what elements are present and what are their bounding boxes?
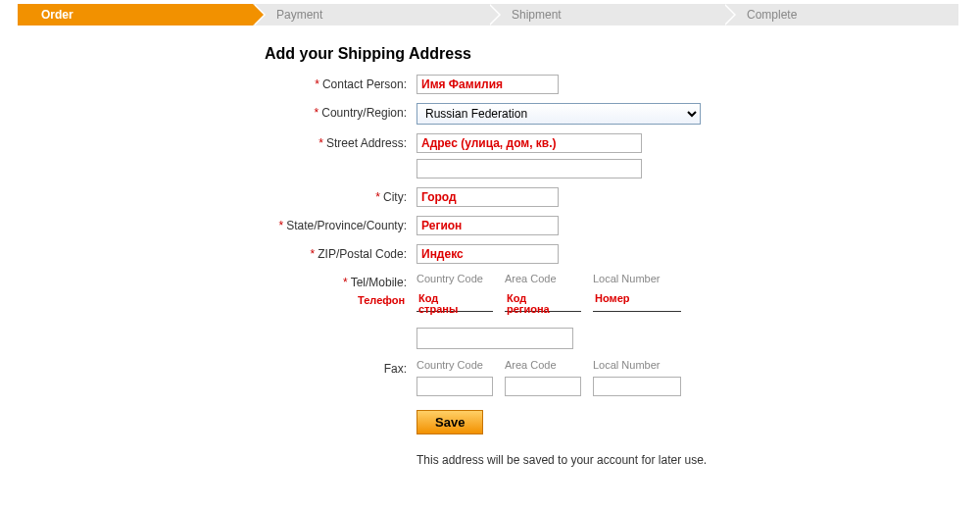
country-select[interactable]: Russian Federation <box>416 103 701 125</box>
street1-input[interactable] <box>416 133 642 153</box>
fax-country-code-input[interactable] <box>416 377 493 396</box>
step-shipment: Shipment <box>488 4 723 26</box>
tel-area-code-input[interactable] <box>505 292 581 312</box>
contact-input[interactable] <box>416 75 559 94</box>
label-country: *Country/Region: <box>265 103 416 120</box>
label-state: *State/Province/County: <box>265 216 416 232</box>
annotation-tel-label: Телефон <box>358 294 405 306</box>
step-complete: Complete <box>723 4 958 26</box>
tel-local-number-input[interactable] <box>593 292 681 312</box>
label-city: *City: <box>265 187 416 204</box>
city-input[interactable] <box>416 187 559 207</box>
street2-input[interactable] <box>416 159 642 178</box>
save-button[interactable]: Save <box>416 410 483 434</box>
zip-input[interactable] <box>416 244 559 264</box>
fax-column-labels: Country Code Area Code Local Number <box>416 359 681 371</box>
label-street: *Street Address: <box>265 133 416 150</box>
label-tel: *Tel/Mobile: <box>265 273 416 289</box>
state-input[interactable] <box>416 216 559 235</box>
tel-column-labels: Country Code Area Code Local Number <box>416 273 681 284</box>
progress-bar: Order Payment Shipment Complete <box>18 4 958 26</box>
label-contact: *Contact Person: <box>265 75 416 91</box>
tel-country-code-input[interactable] <box>416 292 493 312</box>
tel-extra-box <box>416 328 573 349</box>
save-note: This address will be saved to your accou… <box>416 453 707 467</box>
fax-local-number-input[interactable] <box>593 377 681 396</box>
step-order: Order <box>18 4 253 26</box>
page-title: Add your Shipping Address <box>265 45 951 63</box>
label-fax: Fax: <box>265 359 416 376</box>
label-zip: *ZIP/Postal Code: <box>265 244 416 261</box>
fax-area-code-input[interactable] <box>505 377 581 396</box>
step-payment: Payment <box>253 4 488 26</box>
